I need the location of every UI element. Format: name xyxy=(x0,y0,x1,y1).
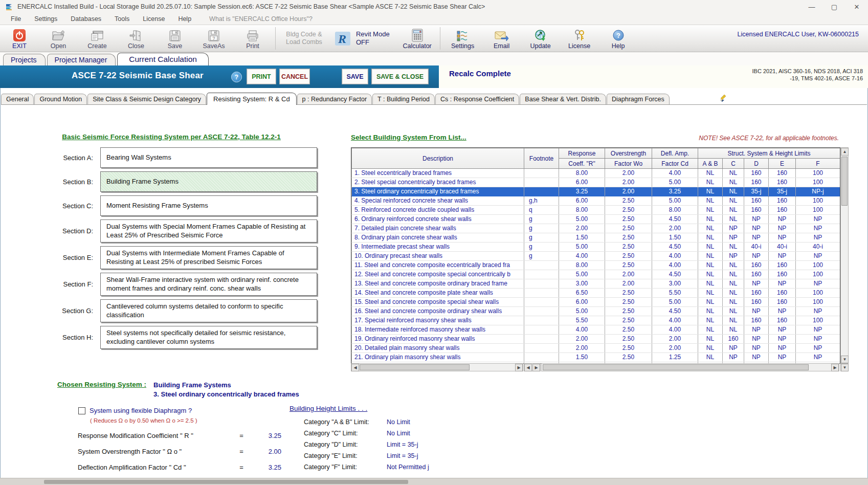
building-height-limits: Building Height Limits . . . Category "A… xyxy=(290,405,504,473)
update-button[interactable]: Update xyxy=(521,25,560,52)
main-tab[interactable]: Current Calculation xyxy=(117,53,209,65)
table-row[interactable]: 20. Detailed plain masonry shear walls 2… xyxy=(352,344,840,353)
menu-item[interactable]: File xyxy=(4,15,28,23)
recalc-status: Recalc Complete xyxy=(449,69,511,78)
table-row[interactable]: 7. Detailed plain concrete shear walls g… xyxy=(352,224,840,233)
sub-tab[interactable]: General xyxy=(1,94,34,104)
table-row[interactable]: 5. Reinforced concrete ductile coupled w… xyxy=(352,206,840,215)
save-button[interactable]: Save xyxy=(155,25,194,52)
table-row[interactable]: 1. Steel eccentrically braced frames 8.0… xyxy=(352,169,840,178)
scrollbar-corner[interactable]: ▼ xyxy=(840,363,849,371)
close-button[interactable]: ✕ xyxy=(845,0,868,13)
help-button[interactable]: ? Help xyxy=(599,25,638,52)
section-option[interactable]: Moment Resisting Frame Systems xyxy=(100,195,317,216)
main-tab[interactable]: Project Manager xyxy=(47,54,116,65)
section-option[interactable]: Shear Wall-Frame interactive system with… xyxy=(100,273,317,296)
license-button[interactable]: License xyxy=(560,25,599,52)
section-option[interactable]: Building Frame Systems xyxy=(100,171,317,192)
sub-tab[interactable]: Cs : Response Coefficient xyxy=(435,94,519,104)
calc-help-icon[interactable]: ? xyxy=(231,72,242,82)
scroll-down-icon[interactable]: ▼ xyxy=(841,364,849,371)
table-row[interactable]: 9. Intermediate precast shear walls g 5.… xyxy=(352,242,840,252)
settings-list-icon xyxy=(456,28,470,42)
parameter-value: 2.00 xyxy=(252,448,281,455)
section-option[interactable]: Steel systems not specifically detailed … xyxy=(100,326,317,349)
description-scrollbar[interactable]: ◀ ▶ xyxy=(351,363,523,371)
table-vertical-scrollbar[interactable]: ▲ ▼ xyxy=(840,147,849,364)
col-footnote: Footnote xyxy=(524,148,559,169)
table-row[interactable]: 15. Steel and concrete composite special… xyxy=(352,298,840,307)
table-row[interactable]: 2. Steel special concentrically braced f… xyxy=(352,178,840,187)
revit-mode-button[interactable]: R Revit Mode OFF xyxy=(335,25,390,52)
sub-tab[interactable]: Base Shear & Vert. Distrib. xyxy=(520,94,606,104)
table-row[interactable]: 19. Ordinary reinforced masonry shear wa… xyxy=(352,335,840,344)
sub-tab[interactable]: p : Redundancy Factor xyxy=(297,94,372,104)
col-d: D xyxy=(744,159,769,169)
menu-item[interactable]: Databases xyxy=(64,15,108,23)
table-row[interactable]: 8. Ordinary plain concrete shear walls g… xyxy=(352,233,840,242)
category-value: No Limit xyxy=(387,418,410,426)
table-row[interactable]: 12. Steel and concrete composite special… xyxy=(352,270,840,279)
minimize-button[interactable]: — xyxy=(800,0,823,13)
values-scrollbar[interactable]: ▶ xyxy=(541,363,839,371)
table-row[interactable]: 14. Steel and concrete composite plate s… xyxy=(352,289,840,298)
scroll-right-icon[interactable]: ▶ xyxy=(515,364,523,371)
main-tab[interactable]: Projects xyxy=(3,54,46,65)
table-row[interactable]: 10. Ordinary precast shear walls g 4.00 … xyxy=(352,252,840,261)
saveas-button[interactable]: ? SaveAs xyxy=(194,25,233,52)
col-factor-wo: Factor Wo xyxy=(605,159,652,169)
settings-button[interactable]: Settings xyxy=(443,25,482,52)
sub-tab[interactable]: T : Building Period xyxy=(372,94,435,104)
sub-tab[interactable]: Resisting System: R & Cd xyxy=(207,93,297,105)
table-row[interactable]: 16. Steel and concrete composite ordinar… xyxy=(352,307,840,316)
print-label: Print xyxy=(246,42,259,50)
office-hours-text[interactable]: What is "ENERCALC Office Hours"? xyxy=(209,15,313,23)
scroll-left-icon[interactable]: ◀ xyxy=(351,364,359,371)
table-row[interactable]: 21. Ordinary plain masonry shear walls 1… xyxy=(352,353,840,362)
maximize-button[interactable]: ▢ xyxy=(823,0,845,13)
sub-tab[interactable]: Ground Motion xyxy=(34,94,87,104)
calc-title: ASCE 7-22 Seismic Base Shear xyxy=(72,71,204,81)
scroll-left-icon[interactable]: ◀ xyxy=(524,364,532,371)
window-horizontal-scrollbar[interactable] xyxy=(0,478,868,485)
scroll-right-icon[interactable]: ▶ xyxy=(831,364,839,371)
exit-button[interactable]: EXIT xyxy=(0,25,39,52)
col-description: Description xyxy=(352,148,524,169)
scroll-down-icon[interactable]: ▼ xyxy=(841,356,849,363)
menu-item[interactable]: Settings xyxy=(28,15,64,23)
section-option[interactable]: Dual Systems with Special Moment Frames … xyxy=(100,219,317,242)
edit-pencil-icon[interactable] xyxy=(719,93,729,102)
table-row[interactable]: 11. Steel and concrete composite eccentr… xyxy=(352,261,840,270)
table-row[interactable]: 6. Ordinary reinforced concrete shear wa… xyxy=(352,215,840,224)
table-row[interactable]: 3. Steel ordinary concentrically braced … xyxy=(352,187,840,196)
scroll-right-icon[interactable]: ▶ xyxy=(532,364,540,371)
section-label: Section C: xyxy=(5,202,100,210)
email-button[interactable]: Email xyxy=(482,25,521,52)
create-button[interactable]: Create xyxy=(78,25,117,52)
section-option[interactable]: Dual Systems with Intermediate Moment Fr… xyxy=(100,246,317,269)
table-row[interactable]: 4. Special reinforced concrete shear wal… xyxy=(352,196,840,206)
menu-item[interactable]: License xyxy=(136,15,171,23)
menu-item[interactable]: Tools xyxy=(108,15,136,23)
pane-split-buttons[interactable]: ◀ ▶ xyxy=(524,363,541,371)
section-option[interactable]: Cantilevered column systems detailed to … xyxy=(100,299,317,322)
print-calc-button[interactable]: PRINT xyxy=(247,69,276,84)
cancel-button[interactable]: CANCEL xyxy=(279,69,310,84)
save-and-close-button[interactable]: SAVE & CLOSE xyxy=(371,69,429,84)
menu-item[interactable]: Help xyxy=(171,15,198,23)
calculator-button[interactable]: Calculator xyxy=(398,25,437,52)
table-row[interactable]: 17. Special reinforced masonry shear wal… xyxy=(352,316,840,325)
save-calc-button[interactable]: SAVE xyxy=(342,69,368,84)
flexible-diaphragm-checkbox[interactable] xyxy=(78,407,85,414)
section-option[interactable]: Bearing Wall Systems xyxy=(100,147,317,168)
open-button[interactable]: Open xyxy=(39,25,78,52)
sub-tab[interactable]: Diaphragm Forces xyxy=(607,94,670,104)
sub-tab[interactable]: Site Class & Seismic Design Category xyxy=(87,94,206,104)
update-label: Update xyxy=(530,42,550,50)
print-button[interactable]: Print xyxy=(233,25,272,52)
close-file-button[interactable]: Close xyxy=(117,25,155,52)
table-row[interactable]: 13. Steel and concrete composite ordinar… xyxy=(352,279,840,289)
table-row[interactable]: 18. Intermediate reinforced masonry shea… xyxy=(352,325,840,335)
bldg-code-load-combs-button[interactable]: Bldg Code & Load Combs xyxy=(286,25,322,52)
scroll-up-icon[interactable]: ▲ xyxy=(841,148,849,156)
